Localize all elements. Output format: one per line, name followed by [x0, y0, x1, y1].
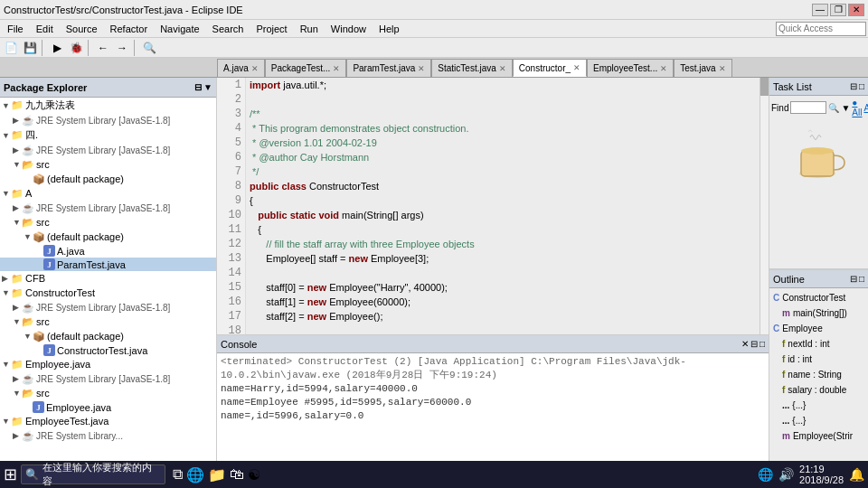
menu-window[interactable]: Window — [326, 22, 372, 36]
outline-item[interactable]: mmain(String[]) — [771, 305, 866, 321]
tree-node-icon: 📂 — [22, 315, 34, 328]
menu-run[interactable]: Run — [295, 22, 324, 36]
run-button[interactable]: ▶ — [48, 40, 66, 56]
tree-item[interactable]: ▼📁Employee.java — [0, 357, 216, 371]
eclipse-icon[interactable]: ☯ — [248, 466, 260, 483]
tab-close[interactable]: ✕ — [418, 64, 425, 73]
tab-close[interactable]: ✕ — [333, 64, 340, 73]
collapse-icon[interactable]: ⊟ — [194, 82, 202, 92]
outline-item[interactable]: fname : String — [771, 367, 866, 382]
notification-icon[interactable]: 🔔 — [849, 467, 864, 482]
quick-access-input[interactable] — [776, 22, 866, 36]
tab-ajava[interactable]: A.java✕ — [217, 59, 265, 77]
console-menu-icon[interactable]: ⊟ — [750, 339, 758, 349]
task-filter-icon[interactable]: ▼ — [841, 103, 850, 113]
menu-refactor[interactable]: Refactor — [105, 22, 154, 36]
task-active-link[interactable]: Activ... — [863, 103, 868, 113]
tree-node-label: ConstructorTest — [25, 287, 95, 298]
tree-item[interactable]: ▶☕JRE System Library... — [0, 428, 216, 443]
outline-item[interactable]: mEmployee(Strir — [771, 428, 866, 444]
code-area[interactable]: import java.util.*; /** * This program d… — [246, 78, 760, 334]
console-max-icon[interactable]: □ — [760, 339, 765, 349]
start-button[interactable]: ⊞ — [4, 465, 17, 484]
menu-edit[interactable]: Edit — [31, 22, 59, 36]
tree-item[interactable]: ▶☕JRE System Library [JavaSE-1.8] — [0, 113, 216, 127]
tree-item[interactable]: JA.java — [0, 244, 216, 258]
edge-icon[interactable]: 🌐 — [186, 466, 204, 483]
tree-item[interactable]: ▼📂src — [0, 157, 216, 172]
close-button[interactable]: ✕ — [848, 4, 864, 16]
console-clear-icon[interactable]: ✕ — [741, 339, 749, 349]
outline-item[interactable]: fsalary : double — [771, 382, 866, 398]
windows-search-box[interactable]: 🔍 在这里输入你要搜索的内容 — [21, 465, 165, 484]
tree-item[interactable]: ▶☕JRE System Library [JavaSE-1.8] — [0, 371, 216, 386]
task-minimize-icon[interactable]: ⊟ — [850, 81, 857, 91]
outline-item[interactable]: fnextId : int — [771, 336, 866, 352]
tab-paramtest[interactable]: ParamTest.java✕ — [346, 59, 431, 77]
task-search-icon[interactable]: 🔍 — [828, 103, 839, 113]
tab-close[interactable]: ✕ — [660, 64, 667, 73]
tree-item[interactable]: ▼📁四. — [0, 127, 216, 143]
tab-close[interactable]: ✕ — [499, 64, 506, 73]
outline-item[interactable]: CEmployee — [771, 321, 866, 336]
menu-navigate[interactable]: Navigate — [155, 22, 204, 36]
network-icon[interactable]: 🌐 — [758, 467, 773, 482]
tree-item[interactable]: ▶☕JRE System Library [JavaSE-1.8] — [0, 300, 216, 314]
editor-scrollbar[interactable] — [760, 78, 769, 334]
menu-help[interactable]: Help — [373, 22, 405, 36]
folder-icon[interactable]: 📁 — [208, 466, 226, 483]
minimize-button[interactable]: — — [812, 4, 828, 16]
task-search-input[interactable] — [790, 101, 826, 114]
task-max-icon[interactable]: □ — [859, 81, 864, 91]
tree-node-icon: ☕ — [22, 202, 34, 214]
tree-item[interactable]: 📦(default package) — [0, 172, 216, 186]
outline-title: Outline — [773, 274, 805, 285]
tree-item[interactable]: ▼📁ConstructorTest — [0, 286, 216, 300]
outline-max-icon[interactable]: □ — [859, 274, 864, 284]
code-editor[interactable]: 1234567891011121314151617181920212223 im… — [217, 78, 769, 334]
tree-item[interactable]: JParamTest.java — [0, 258, 216, 271]
tab-employeetest[interactable]: EmployeeTest...✕ — [587, 59, 674, 77]
tree-item[interactable]: JConstructorTest.java — [0, 343, 216, 357]
outline-item[interactable]: ...{...} — [771, 398, 866, 413]
outline-item[interactable]: ...{...} — [771, 413, 866, 428]
tab-statictest[interactable]: StaticTest.java✕ — [431, 59, 512, 77]
tab-constructortest[interactable]: Constructor_✕ — [513, 59, 587, 77]
tree-item[interactable]: ▼📁A — [0, 186, 216, 201]
store-icon[interactable]: 🛍 — [230, 466, 244, 483]
search-button[interactable]: 🔍 — [140, 40, 158, 56]
tree-item[interactable]: ▼📁九九乘法表 — [0, 98, 216, 113]
volume-icon[interactable]: 🔊 — [778, 467, 794, 482]
save-button[interactable]: 💾 — [21, 40, 39, 56]
tree-item[interactable]: JEmployee.java — [0, 400, 216, 414]
tree-item[interactable]: ▼📂src — [0, 386, 216, 400]
tree-item[interactable]: ▶☕JRE System Library [JavaSE-1.8] — [0, 143, 216, 157]
tree-item[interactable]: ▼📂src — [0, 215, 216, 230]
tree-item[interactable]: ▶📁CFB — [0, 271, 216, 286]
outline-item[interactable]: CConstructorTest — [771, 290, 866, 305]
tab-packagetest[interactable]: PackageTest...✕ — [265, 59, 347, 77]
tree-item[interactable]: ▼📦(default package) — [0, 230, 216, 244]
task-all-link[interactable]: ● All — [852, 98, 862, 117]
menu-icon[interactable]: ▼ — [203, 82, 212, 92]
tree-item[interactable]: ▶☕JRE System Library [JavaSE-1.8] — [0, 201, 216, 215]
tab-close[interactable]: ✕ — [719, 64, 726, 73]
forward-button[interactable]: → — [113, 40, 131, 56]
outline-item[interactable]: fid : int — [771, 352, 866, 367]
menu-search[interactable]: Search — [207, 22, 250, 36]
menu-project[interactable]: Project — [250, 22, 292, 36]
taskview-icon[interactable]: ⧉ — [173, 466, 183, 483]
tree-item[interactable]: ▼📂src — [0, 314, 216, 329]
maximize-button[interactable]: ❐ — [830, 4, 846, 16]
new-button[interactable]: 📄 — [2, 40, 20, 56]
tab-testjava[interactable]: Test.java✕ — [674, 59, 731, 77]
tab-close[interactable]: ✕ — [573, 63, 580, 72]
menu-file[interactable]: File — [2, 22, 29, 36]
tab-close-ajava[interactable]: ✕ — [251, 64, 259, 73]
menu-source[interactable]: Source — [61, 22, 103, 36]
debug-button[interactable]: 🐞 — [67, 40, 85, 56]
tree-item[interactable]: ▼📁EmployeeTest.java — [0, 414, 216, 428]
back-button[interactable]: ← — [94, 40, 112, 56]
outline-minimize-icon[interactable]: ⊟ — [850, 274, 857, 284]
tree-item[interactable]: ▼📦(default package) — [0, 329, 216, 343]
